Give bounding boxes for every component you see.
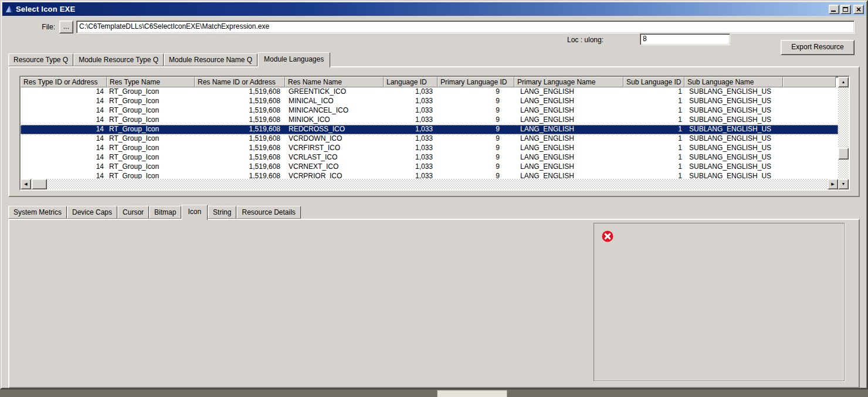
table-row-vcrfirst-ico[interactable]: 14RT_Group_Icon1,519,608VCRFIRST_ICO1,03…: [21, 144, 838, 153]
cell: [783, 134, 836, 144]
file-label: File:: [25, 23, 55, 31]
cell: 1,519,608: [195, 144, 285, 153]
loc-input[interactable]: 8: [640, 33, 730, 45]
cell: [783, 116, 836, 125]
minimize-button[interactable]: [829, 5, 839, 14]
cell: 1,033: [384, 162, 438, 172]
cell: 14: [21, 144, 107, 153]
scroll-down-icon: ▼: [842, 182, 846, 186]
list-header-row: Res Type ID or AddressRes Type NameRes N…: [21, 77, 838, 87]
cell: RT_Group_Icon: [107, 144, 195, 153]
cell: 14: [21, 172, 107, 179]
cell: 1,519,608: [195, 134, 285, 144]
maximize-button[interactable]: [840, 5, 851, 14]
cell: GREENTICK_ICO: [285, 87, 384, 97]
cell: 14: [21, 125, 107, 134]
cell: [783, 125, 836, 134]
cell: 9: [438, 153, 514, 162]
tab-resource-type-q[interactable]: Resource Type Q: [8, 53, 73, 66]
tab-system-metrics[interactable]: System Metrics: [8, 206, 67, 219]
cell: [783, 162, 836, 172]
taskbar-button-peek: [437, 390, 507, 397]
cell: RT_Group_Icon: [107, 162, 195, 172]
table-row-vcrnext-ico[interactable]: 14RT_Group_Icon1,519,608VCRNEXT_ICO1,033…: [21, 162, 838, 172]
column-header-sub-language-id[interactable]: Sub Language ID: [623, 77, 684, 87]
column-header-res-name-id-or-address[interactable]: Res Name ID or Address: [195, 77, 285, 87]
cell: 9: [438, 144, 514, 153]
table-row-greentick-ico[interactable]: 14RT_Group_Icon1,519,608GREENTICK_ICO1,0…: [21, 87, 838, 97]
cell: RT_Group_Icon: [107, 106, 195, 116]
cell: RT_Group_Icon: [107, 125, 195, 134]
titlebar[interactable]: Select Icon EXE ✕: [2, 2, 866, 16]
column-header-primary-language-name[interactable]: Primary Language Name: [514, 77, 623, 87]
vertical-scroll-thumb[interactable]: [838, 148, 849, 160]
cell: VCRLAST_ICO: [285, 153, 384, 162]
bottom-tab-bar: System MetricsDevice CapsCursorBitmapIco…: [8, 205, 301, 219]
cell: 1,519,608: [195, 153, 285, 162]
column-header-res-type-name[interactable]: Res Type Name: [107, 77, 195, 87]
tab-module-resource-type-q[interactable]: Module Resource Type Q: [73, 53, 164, 66]
scroll-left-icon: ◀: [24, 182, 27, 186]
tab-device-caps[interactable]: Device Caps: [67, 206, 117, 219]
table-row-miniok-ico[interactable]: 14RT_Group_Icon1,519,608MINIOK_ICO1,0339…: [21, 116, 838, 125]
cell: RT_Group_Icon: [107, 97, 195, 106]
table-row-minicancel-ico[interactable]: 14RT_Group_Icon1,519,608MINICANCEL_ICO1,…: [21, 106, 838, 116]
tab-module-resource-name-q[interactable]: Module Resource Name Q: [164, 53, 257, 66]
horizontal-scrollbar[interactable]: ◀ ▶: [21, 179, 838, 189]
window-title: Select Icon EXE: [16, 5, 75, 13]
cell: 1: [623, 87, 684, 97]
tab-cursor[interactable]: Cursor: [117, 206, 149, 219]
table-row-vcrprior-ico[interactable]: 14RT_Group_Icon1,519,608VCRPRIOR_ICO1,03…: [21, 172, 838, 179]
maximize-icon: [843, 7, 848, 12]
cell: 1,033: [384, 97, 438, 106]
table-row-minical-ico[interactable]: 14RT_Group_Icon1,519,608MINICAL_ICO1,033…: [21, 97, 838, 106]
scroll-up-button[interactable]: ▲: [838, 77, 849, 87]
tab-bitmap[interactable]: Bitmap: [149, 206, 181, 219]
cell: 1,519,608: [195, 97, 285, 106]
column-header-res-name-name[interactable]: Res Name Name: [285, 77, 384, 87]
cell: 14: [21, 153, 107, 162]
column-header-res-type-id-or-address[interactable]: Res Type ID or Address: [21, 77, 107, 87]
cell: SUBLANG_ENGLISH_US: [684, 162, 783, 172]
cell: SUBLANG_ENGLISH_US: [684, 134, 783, 144]
table-row-vcrlast-ico[interactable]: 14RT_Group_Icon1,519,608VCRLAST_ICO1,033…: [21, 153, 838, 162]
file-path-input[interactable]: C:\C6TemplateDLLs\C6SelectIconEXE\MatchE…: [76, 21, 855, 33]
tab-resource-details[interactable]: Resource Details: [236, 206, 300, 219]
table-row-vcrdown-ico[interactable]: 14RT_Group_Icon1,519,608VCRDOWN_ICO1,033…: [21, 134, 838, 144]
table-row-redcross-ico[interactable]: 14RT_Group_Icon1,519,608REDCROSS_ICO1,03…: [21, 125, 838, 134]
tab-module-languages[interactable]: Module Languages: [257, 52, 330, 67]
browse-button[interactable]: ...: [59, 21, 73, 33]
scroll-right-button[interactable]: ▶: [828, 179, 838, 189]
cell: [783, 87, 836, 97]
vertical-scrollbar[interactable]: ▲ ▼: [838, 77, 849, 189]
cell: 9: [438, 106, 514, 116]
export-resource-button[interactable]: Export Resource: [781, 40, 855, 55]
app-triangle-icon: [5, 5, 13, 13]
cell: 1: [623, 144, 684, 153]
cell: 1: [623, 106, 684, 116]
cell: LANG_ENGLISH: [514, 153, 623, 162]
tab-icon[interactable]: Icon: [181, 205, 208, 220]
column-header-language-id[interactable]: Language ID: [384, 77, 438, 87]
cell: LANG_ENGLISH: [514, 134, 623, 144]
cell: 1: [623, 162, 684, 172]
cell: 1: [623, 134, 684, 144]
horizontal-scroll-thumb[interactable]: [32, 179, 47, 189]
scroll-left-button[interactable]: ◀: [21, 179, 31, 189]
cell: RT_Group_Icon: [107, 134, 195, 144]
icon-preview-area: [594, 223, 845, 381]
tab-string[interactable]: String: [208, 206, 236, 219]
cell: LANG_ENGLISH: [514, 144, 623, 153]
column-header-primary-language-id[interactable]: Primary Language ID: [438, 77, 514, 87]
cell: LANG_ENGLISH: [514, 116, 623, 125]
column-header-sub-language-name[interactable]: Sub Language Name: [684, 77, 783, 87]
cell: 14: [21, 106, 107, 116]
cell: SUBLANG_ENGLISH_US: [684, 125, 783, 134]
loc-value: 8: [643, 35, 647, 43]
column-header-blank[interactable]: [783, 77, 836, 87]
scroll-down-button[interactable]: ▼: [838, 179, 849, 189]
scroll-up-icon: ▲: [842, 80, 846, 84]
cell: 14: [21, 116, 107, 125]
close-button[interactable]: ✕: [853, 5, 864, 14]
cell: SUBLANG_ENGLISH_US: [684, 153, 783, 162]
